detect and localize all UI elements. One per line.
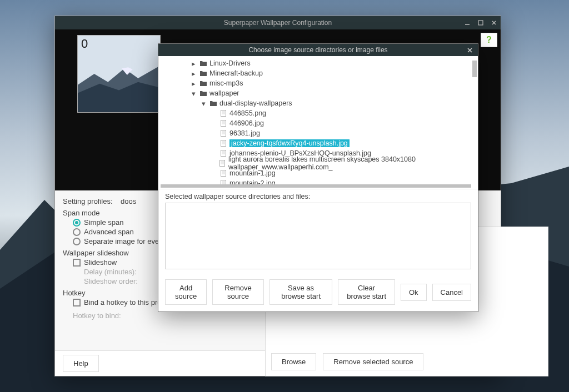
save-browse-start-button[interactable]: Save as browse start [269, 279, 333, 305]
selected-sources-label: Selected wallpaper source directories an… [158, 189, 478, 203]
browse-button[interactable]: Browse [271, 353, 316, 370]
window-title: Superpaper Wallpaper Configuration [55, 19, 501, 27]
dialog-button-row: Add source Remove source Save as browse … [158, 274, 478, 311]
file-icon [219, 169, 227, 177]
tree-item[interactable]: ▸Linux-Drivers [158, 58, 478, 68]
svg-rect-6 [221, 140, 226, 147]
folder-icon [199, 79, 207, 87]
display-index-label: 0 [81, 37, 88, 51]
tree-vscrollbar[interactable] [472, 61, 477, 77]
display-preview-thumb[interactable]: 0 [77, 35, 161, 113]
add-source-button[interactable]: Add source [165, 279, 207, 305]
tree-hscrollbar[interactable] [161, 184, 471, 188]
tree-item-label: wallpaper [209, 89, 239, 97]
tree-item[interactable]: ▾dual-display-wallpapers [158, 98, 478, 108]
file-icon [219, 109, 227, 117]
window-titlebar: Superpaper Wallpaper Configuration [55, 16, 501, 29]
cancel-button[interactable]: Cancel [432, 284, 471, 301]
svg-rect-9 [221, 170, 226, 177]
file-icon [218, 159, 226, 167]
svg-rect-8 [219, 160, 224, 167]
tree-item[interactable]: ▾wallpaper [158, 88, 478, 98]
dialog-titlebar: Choose image source directories or image… [158, 44, 478, 56]
tree-item-label: 96381.jpg [229, 129, 260, 137]
svg-rect-1 [478, 21, 483, 25]
chevron-right-icon[interactable]: ▸ [189, 79, 197, 88]
tree-item-label: Linux-Drivers [209, 59, 251, 67]
chevron-right-icon[interactable]: ▸ [189, 59, 197, 68]
file-icon [219, 149, 227, 157]
tree-item-label: light aurora borealis lakes multiscreen … [228, 155, 478, 171]
clear-browse-start-button[interactable]: Clear browse start [338, 279, 395, 305]
file-icon [219, 139, 227, 147]
profiles-label: Setting profiles: [63, 197, 118, 205]
window-close-button[interactable] [487, 16, 501, 29]
help-button[interactable]: Help [63, 355, 99, 372]
chevron-right-icon[interactable]: ▸ [189, 69, 197, 78]
folder-icon [199, 59, 207, 67]
tree-item[interactable]: ▸misc-mp3s [158, 78, 478, 88]
dialog-close-button[interactable] [463, 44, 476, 56]
radio-icon [73, 228, 81, 236]
file-tree[interactable]: ▸Linux-Drivers▸Minecraft-backup▸misc-mp3… [158, 56, 478, 189]
radio-icon [73, 238, 81, 245]
svg-rect-5 [221, 130, 226, 137]
tree-item[interactable]: jacky-zeng-tqsfdwxRyq4-unsplash.jpg [158, 138, 478, 148]
checkbox-icon [73, 259, 81, 267]
tree-item[interactable]: 96381.jpg [158, 128, 478, 138]
dialog-title: Choose image source directories or image… [248, 46, 387, 54]
tree-item[interactable]: ▸Minecraft-backup [158, 68, 478, 78]
folder-icon [199, 69, 207, 77]
folder-icon [199, 89, 207, 97]
checkbox-icon [73, 299, 81, 306]
window-minimize-button[interactable] [461, 16, 474, 29]
file-icon [219, 119, 227, 127]
chevron-down-icon[interactable]: ▾ [189, 89, 197, 98]
tree-item-label: dual-display-wallpapers [219, 99, 292, 107]
svg-rect-7 [221, 150, 226, 157]
remove-source-button[interactable]: Remove source [212, 279, 264, 305]
svg-rect-4 [221, 120, 226, 127]
help-icon[interactable]: ? [481, 33, 497, 47]
tree-item[interactable]: 446855.png [158, 108, 478, 118]
tree-item-label: 446906.jpg [229, 119, 264, 127]
radio-selected-icon [73, 219, 81, 227]
tree-item-label: mountain-1.jpg [229, 169, 276, 177]
selected-sources-list[interactable] [165, 203, 471, 269]
file-icon [219, 129, 227, 137]
ok-button[interactable]: Ok [401, 284, 427, 301]
choose-image-dialog: Choose image source directories or image… [158, 43, 478, 312]
tree-item[interactable]: light aurora borealis lakes multiscreen … [158, 158, 478, 168]
tree-item-label: Minecraft-backup [209, 69, 263, 77]
profiles-select[interactable]: doos [121, 197, 136, 205]
folder-icon [209, 99, 217, 107]
window-maximize-button[interactable] [474, 16, 487, 29]
hotkey-bind-label: Hotkey to bind: [73, 311, 121, 320]
tree-item[interactable]: 446906.jpg [158, 118, 478, 128]
tree-item-label: 446855.png [229, 109, 266, 117]
tree-item-label: misc-mp3s [209, 79, 243, 87]
remove-selected-source-button[interactable]: Remove selected source [323, 353, 423, 370]
svg-rect-3 [221, 110, 226, 117]
chevron-down-icon[interactable]: ▾ [199, 99, 207, 108]
tree-item-label: jacky-zeng-tqsfdwxRyq4-unsplash.jpg [229, 139, 350, 147]
